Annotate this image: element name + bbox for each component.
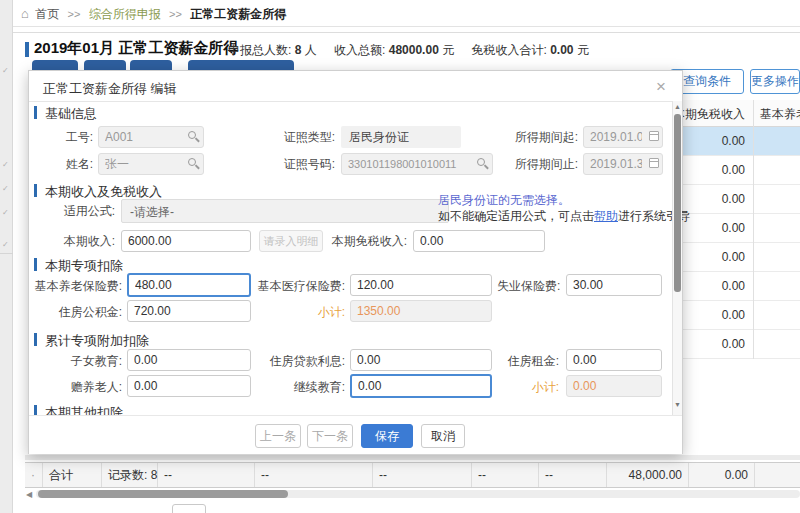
pension-field[interactable] (127, 273, 251, 297)
medical-field[interactable] (350, 274, 492, 296)
more-actions-button[interactable]: 更多操作 (750, 69, 800, 94)
sidebar-mark-icon: ✓ (2, 184, 9, 193)
pagination-button[interactable] (172, 504, 206, 513)
breadcrumb-current: 正常工资薪金所得 (190, 7, 286, 21)
unemployment-field[interactable] (566, 274, 662, 296)
cancel-button[interactable]: 取消 (421, 424, 465, 448)
cell-value: 0.00 (722, 221, 745, 235)
scroll-up-icon[interactable]: ▲ (674, 103, 681, 110)
period-start-label: 所得期间起: (496, 126, 578, 148)
hint-line1: 居民身份证的无需选择。 (438, 192, 570, 209)
cell-value: 0.00 (722, 192, 745, 206)
totals-partial: 3 (755, 463, 800, 487)
collapsed-sidebar[interactable]: ✓ ✓ ✓ ✓ ✓ (0, 0, 13, 513)
taxfree-unit: 元 (577, 43, 589, 57)
sidebar-mark-icon: ✓ (2, 208, 9, 217)
modal-scrollbar[interactable]: ▲ ▼ (672, 101, 682, 415)
additional-subtotal-label: 小计: (521, 376, 559, 398)
totals-cell: -- (472, 463, 539, 487)
children-edu-label: 子女教育: (34, 350, 122, 372)
formula-select[interactable]: -请选择- (121, 199, 449, 223)
breadcrumb-mid[interactable]: 综合所得申报 (89, 7, 161, 21)
cert-type-label: 证照类型: (251, 126, 335, 148)
dialog-footer: 上一条 下一条 保存 取消 (29, 415, 682, 454)
title-accent-bar (25, 42, 29, 57)
income-field[interactable] (121, 230, 251, 252)
children-edu-field[interactable] (127, 349, 251, 371)
save-button[interactable]: 保存 (361, 424, 413, 448)
table-bottom-band (25, 455, 800, 460)
totals-records: 记录数: 8 (102, 463, 158, 487)
taxfree-income-field[interactable] (413, 230, 545, 252)
totals-cell: -- (539, 463, 607, 487)
help-link[interactable]: 帮助 (594, 209, 618, 223)
scroll-down-icon[interactable]: ▼ (674, 401, 681, 408)
housing-fund-field[interactable] (127, 300, 251, 322)
hint-pre: 如不能确定适用公式，可点击 (438, 209, 594, 223)
housing-rent-field[interactable] (566, 349, 662, 371)
sidebar-mark-icon: ✓ (2, 160, 9, 169)
calendar-icon[interactable] (649, 158, 659, 168)
medical-label: 基本医疗保险费: (257, 275, 345, 297)
scroll-thumb[interactable] (674, 114, 681, 292)
breadcrumb: ⌂ 首页 >> 综合所得申报 >> 正常工资薪金所得 (13, 0, 800, 27)
totals-taxfree: 0.00 (689, 463, 755, 487)
breadcrumb-separator: >> (68, 8, 81, 20)
hscroll-left-icon[interactable]: ◀ (26, 490, 32, 499)
horizontal-scrollbar[interactable] (36, 490, 800, 498)
totals-row: · 合计 记录数: 8 -- -- -- -- -- 48,000.00 0.0… (25, 462, 800, 488)
summary-stats: 申报总人数: 8 人 收入总额: 48000.00 元 免税收入合计: 0.00… (228, 42, 589, 59)
hint-line2: 如不能确定适用公式，可点击帮助进行系统引导 (438, 208, 690, 225)
continuing-edu-label: 继续教育: (257, 376, 345, 398)
search-icon[interactable] (477, 158, 485, 166)
sidebar-divider (0, 253, 13, 254)
cell-value: 0.00 (722, 279, 745, 293)
app-screen: ✓ ✓ ✓ ✓ ✓ ⌂ 首页 >> 综合所得申报 >> 正常工资薪金所得 201… (0, 0, 800, 513)
hscroll-thumb[interactable] (38, 490, 288, 498)
totals-income: 48,000.00 (607, 463, 689, 487)
edit-dialog: 正常工资薪金所得 编辑 × 基础信息 工号: 证照类型: 居民身份证 所得期间起… (28, 70, 683, 454)
home-icon: ⌂ (21, 6, 29, 21)
housing-rent-label: 住房租金: (497, 350, 559, 372)
people-value: 8 (295, 43, 302, 57)
next-record-button[interactable]: 下一条 (307, 424, 353, 448)
page-title: 2019年01月 正常工资薪金所得 (34, 39, 238, 58)
section-additional: 累计专项附加扣除 (45, 332, 149, 350)
taxfree-label: 免税收入合计: (472, 43, 547, 57)
column-pension: 基本养老保险费 (760, 106, 800, 123)
totals-cell: -- (373, 463, 472, 487)
income-label: 本期收入: (41, 230, 115, 252)
taxfree-value: 0.00 (550, 43, 573, 57)
sidebar-mark-icon: ✓ (2, 66, 9, 75)
cert-type-value: 居民身份证 (341, 126, 461, 148)
income-label: 收入总额: (334, 43, 385, 57)
breadcrumb-home[interactable]: 首页 (35, 7, 59, 21)
close-icon[interactable]: × (656, 77, 666, 97)
search-icon[interactable] (188, 158, 196, 166)
pension-label: 基本养老保险费: (34, 275, 122, 297)
sidebar-mark-icon: ✓ (2, 240, 9, 249)
breadcrumb-separator: >> (169, 8, 182, 20)
panel-top-border (13, 32, 800, 33)
totals-cell: -- (158, 463, 255, 487)
totals-marker: · (25, 463, 43, 487)
housing-loan-field[interactable] (350, 349, 492, 371)
elderly-field[interactable] (127, 375, 251, 397)
cell-value: 0.00 (722, 163, 745, 177)
cell-value: 0.00 (722, 134, 745, 148)
cert-no-field[interactable] (341, 153, 493, 175)
deduction-subtotal-field (350, 300, 492, 322)
elderly-label: 赡养老人: (34, 376, 122, 398)
cell-value: 0.00 (722, 337, 745, 351)
housing-fund-label: 住房公积金: (34, 301, 122, 323)
period-end-label: 所得期间止: (496, 153, 578, 175)
prev-record-button[interactable]: 上一条 (255, 424, 301, 448)
search-icon[interactable] (188, 131, 196, 139)
people-label: 申报总人数: (228, 43, 291, 57)
continuing-edu-field[interactable] (350, 374, 492, 398)
calendar-icon[interactable] (649, 131, 659, 141)
income-unit: 元 (442, 43, 454, 57)
additional-subtotal-field (566, 375, 662, 397)
cert-no-label: 证照号码: (251, 153, 335, 175)
enter-detail-button: 请录入明细 (259, 230, 323, 252)
